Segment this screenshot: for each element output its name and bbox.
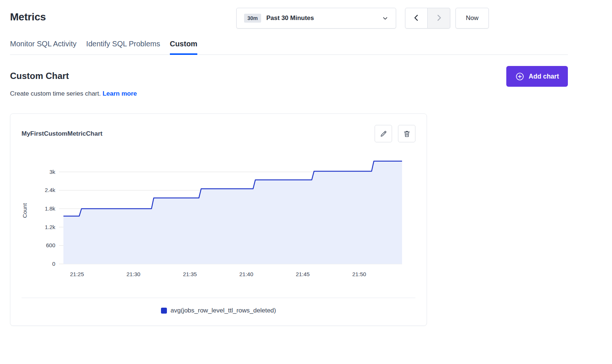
chart-legend: avg(jobs_row_level_ttl_rows_deleted)	[22, 307, 415, 314]
time-next-button[interactable]	[428, 8, 450, 29]
y-tick-label: 600	[46, 242, 55, 248]
legend-label: avg(jobs_row_level_ttl_rows_deleted)	[171, 307, 276, 314]
y-axis-label: Count	[22, 203, 28, 218]
learn-more-link[interactable]: Learn more	[102, 90, 137, 97]
trash-icon	[403, 130, 411, 138]
add-chart-button[interactable]: Add chart	[506, 66, 568, 87]
y-tick-label: 1.2k	[45, 224, 56, 230]
tab-custom[interactable]: Custom	[170, 39, 197, 54]
time-prev-button[interactable]	[405, 8, 428, 29]
x-tick-label: 21:25	[70, 271, 84, 277]
area-series	[63, 161, 402, 264]
section-subtitle: Create custom time series chart. Learn m…	[10, 90, 137, 97]
delete-chart-button[interactable]	[398, 125, 415, 142]
page-title: Metrics	[10, 11, 46, 23]
legend-swatch	[161, 308, 167, 314]
x-tick-label: 21:40	[239, 271, 253, 277]
y-tick-label: 1.8k	[45, 205, 56, 212]
custom-chart-section-header: Custom Chart Create custom time series c…	[10, 66, 568, 97]
chart-actions	[375, 125, 415, 142]
custom-chart-card: MyFirstCustomMetricChart 06001.2k1.8k2.4…	[10, 113, 427, 326]
metrics-page: Metrics 30m Past 30 Minutes	[10, 0, 568, 326]
topbar: Metrics 30m Past 30 Minutes	[10, 0, 568, 39]
time-range-badge: 30m	[244, 14, 261, 23]
chevron-right-icon	[435, 14, 443, 23]
section-title: Custom Chart	[10, 71, 137, 81]
chevron-down-icon	[382, 15, 388, 21]
chart-title: MyFirstCustomMetricChart	[22, 130, 102, 138]
time-nav-arrows	[405, 8, 450, 29]
section-text: Custom Chart Create custom time series c…	[10, 66, 137, 97]
add-chart-label: Add chart	[529, 73, 559, 80]
section-subtitle-text: Create custom time series chart.	[10, 90, 101, 97]
tab-bar: Monitor SQL Activity Identify SQL Proble…	[10, 39, 568, 55]
time-range-label: Past 30 Minutes	[266, 14, 314, 22]
chevron-left-icon	[412, 14, 421, 23]
time-range-dropdown[interactable]: 30m Past 30 Minutes	[236, 8, 396, 29]
tab-identify-sql-problems[interactable]: Identify SQL Problems	[86, 39, 160, 54]
time-series-chart: 06001.2k1.8k2.4k3k21:2521:3021:3521:4021…	[22, 152, 416, 281]
x-tick-label: 21:50	[352, 271, 366, 277]
plus-circle-icon	[515, 72, 524, 81]
now-button[interactable]: Now	[455, 8, 489, 29]
chart-card-header: MyFirstCustomMetricChart	[22, 125, 415, 142]
y-tick-label: 0	[52, 261, 55, 267]
legend-divider	[22, 298, 415, 298]
time-controls: 30m Past 30 Minutes Now	[236, 8, 489, 29]
x-tick-label: 21:30	[126, 271, 141, 277]
x-tick-label: 21:45	[296, 271, 310, 277]
pencil-icon	[379, 130, 388, 138]
tab-monitor-sql-activity[interactable]: Monitor SQL Activity	[10, 39, 76, 54]
y-tick-label: 3k	[49, 169, 55, 175]
x-tick-label: 21:35	[183, 271, 197, 277]
edit-chart-button[interactable]	[375, 125, 392, 142]
y-tick-label: 2.4k	[45, 187, 56, 193]
